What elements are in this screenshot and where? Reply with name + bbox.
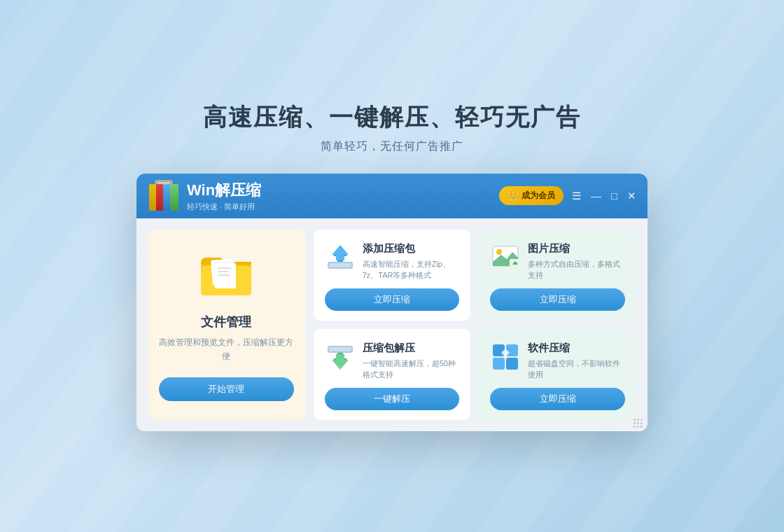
img-compress-card: 图片压缩 多种方式自由压缩，多格式支持 立即压缩 bbox=[479, 230, 636, 321]
decompress-title: 压缩包解压 bbox=[363, 342, 460, 355]
svg-rect-4 bbox=[163, 184, 170, 211]
decompress-button[interactable]: 一键解压 bbox=[325, 388, 460, 410]
compress-card: 添加压缩包 高速智能压缩，支持Zip、7z、TAR等多种格式 立即压缩 bbox=[314, 230, 471, 321]
compress-card-top: 添加压缩包 高速智能压缩，支持Zip、7z、TAR等多种格式 bbox=[325, 242, 460, 281]
svg-rect-5 bbox=[170, 184, 178, 211]
decompress-card: 压缩包解压 一键智能高速解压，超50种格式支持 一键解压 bbox=[314, 329, 471, 420]
svg-rect-20 bbox=[218, 267, 232, 269]
svg-rect-30 bbox=[506, 358, 518, 370]
svg-rect-24 bbox=[329, 347, 351, 351]
soft-compress-icon bbox=[490, 342, 521, 372]
img-compress-button[interactable]: 立即压缩 bbox=[490, 288, 625, 311]
window-controls: ☰ — □ ✕ bbox=[572, 190, 636, 201]
soft-compress-card-top: 软件压缩 超省磁盘空间，不影响软件使用 bbox=[490, 342, 625, 381]
soft-compress-card: 软件压缩 超省磁盘空间，不影响软件使用 立即压缩 bbox=[479, 329, 636, 420]
compress-title: 添加压缩包 bbox=[363, 242, 460, 255]
menu-button[interactable]: ☰ bbox=[572, 190, 581, 201]
page-title: 高速压缩、一键解压、轻巧无广告 bbox=[203, 102, 581, 134]
img-compress-card-text: 图片压缩 多种方式自由压缩，多格式支持 bbox=[528, 242, 625, 281]
svg-rect-3 bbox=[156, 184, 163, 211]
title-bar: Win解压缩 轻巧快速 · 简单好用 👑 成为会员 ☰ — □ ✕ bbox=[136, 174, 648, 218]
img-compress-desc: 多种方式自由压缩，多格式支持 bbox=[528, 258, 625, 281]
app-title-group: Win解压缩 轻巧快速 · 简单好用 bbox=[187, 180, 261, 212]
svg-rect-29 bbox=[493, 358, 505, 370]
svg-rect-2 bbox=[149, 184, 156, 211]
compress-desc: 高速智能压缩，支持Zip、7z、TAR等多种格式 bbox=[363, 258, 460, 281]
close-button[interactable]: ✕ bbox=[627, 190, 636, 201]
app-logo bbox=[148, 180, 180, 212]
compress-card-text: 添加压缩包 高速智能压缩，支持Zip、7z、TAR等多种格式 bbox=[363, 242, 460, 281]
soft-compress-desc: 超省磁盘空间，不影响软件使用 bbox=[528, 358, 625, 381]
img-compress-title: 图片压缩 bbox=[528, 242, 625, 255]
app-window: Win解压缩 轻巧快速 · 简单好用 👑 成为会员 ☰ — □ ✕ bbox=[136, 174, 648, 431]
folder-icon bbox=[198, 251, 254, 300]
app-slogan: 轻巧快速 · 简单好用 bbox=[187, 202, 261, 212]
decompress-icon bbox=[325, 342, 356, 372]
maximize-button[interactable]: □ bbox=[611, 190, 617, 201]
file-mgmt-title: 文件管理 bbox=[201, 314, 251, 330]
decompress-card-text: 压缩包解压 一键智能高速解压，超50种格式支持 bbox=[363, 342, 460, 381]
decompress-card-top: 压缩包解压 一键智能高速解压，超50种格式支持 bbox=[325, 342, 460, 381]
svg-rect-21 bbox=[218, 271, 229, 272]
decompress-desc: 一键智能高速解压，超50种格式支持 bbox=[363, 358, 460, 381]
svg-point-11 bbox=[496, 249, 502, 255]
compress-button[interactable]: 立即压缩 bbox=[325, 288, 460, 311]
title-bar-right: 👑 成为会员 ☰ — □ ✕ bbox=[499, 186, 636, 205]
file-mgmt-button[interactable]: 开始管理 bbox=[159, 377, 294, 401]
svg-marker-26 bbox=[332, 354, 349, 370]
crown-icon: 👑 bbox=[507, 190, 519, 201]
app-name: Win解压缩 bbox=[187, 180, 261, 201]
app-content: 添加压缩包 高速智能压缩，支持Zip、7z、TAR等多种格式 立即压缩 图片压缩… bbox=[136, 218, 648, 431]
resize-handle[interactable] bbox=[634, 419, 642, 427]
img-compress-card-top: 图片压缩 多种方式自由压缩，多格式支持 bbox=[490, 242, 625, 281]
vip-button[interactable]: 👑 成为会员 bbox=[499, 186, 564, 205]
img-compress-icon bbox=[490, 242, 521, 273]
svg-marker-9 bbox=[332, 245, 349, 260]
soft-compress-title: 软件压缩 bbox=[528, 342, 625, 355]
folder-icon-wrap bbox=[198, 251, 254, 302]
page-subtitle: 简单轻巧，无任何广告推广 bbox=[203, 139, 581, 154]
compress-icon bbox=[325, 242, 356, 273]
soft-compress-button[interactable]: 立即压缩 bbox=[490, 388, 625, 410]
svg-rect-22 bbox=[218, 274, 230, 276]
minimize-button[interactable]: — bbox=[591, 190, 601, 201]
svg-rect-7 bbox=[329, 263, 351, 267]
file-mgmt-card: 文件管理 高效管理和预览文件，压缩解压更方便 开始管理 bbox=[148, 230, 305, 420]
page-header: 高速压缩、一键解压、轻巧无广告 简单轻巧，无任何广告推广 bbox=[203, 102, 581, 154]
file-mgmt-desc: 高效管理和预览文件，压缩解压更方便 bbox=[159, 336, 294, 363]
soft-compress-card-text: 软件压缩 超省磁盘空间，不影响软件使用 bbox=[528, 342, 625, 381]
